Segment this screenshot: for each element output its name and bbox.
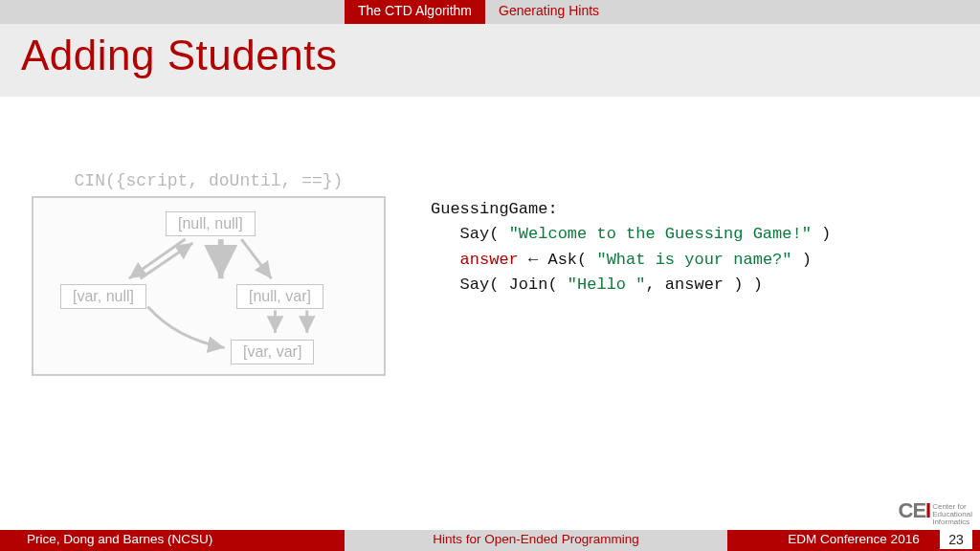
footer-authors: Price, Dong and Barnes (NCSU) (0, 530, 345, 551)
page-number: 23 (940, 530, 972, 549)
diagram-arrows (33, 198, 384, 374)
cei-logo: CEICenter forEducationalInformatics (899, 500, 973, 526)
cin-diagram: CIN({script, doUntil, ==}) [null, null] … (32, 171, 386, 376)
footer-bar: Price, Dong and Barnes (NCSU) Hints for … (0, 530, 980, 551)
tab-ctd-algorithm[interactable]: The CTD Algorithm (345, 0, 485, 24)
code-l2-kw: answer (460, 251, 519, 269)
code-l3b: , answer ) ) (645, 276, 762, 294)
diagram-box: [null, null] [var, null] [null, var] [va… (32, 196, 386, 376)
svg-line-1 (141, 243, 193, 278)
footer-center: Hints for Open-Ended Programming (345, 530, 727, 551)
code-l1a: Say( (460, 225, 509, 243)
title-band: Adding Students (0, 24, 980, 97)
code-l3-string: "Hello " (568, 276, 646, 294)
tab-generating-hints[interactable]: Generating Hints (485, 0, 612, 24)
logo-i: I (925, 498, 930, 522)
logo-ce: CE (899, 498, 926, 522)
code-l2a: ← Ask( (519, 251, 597, 269)
code-l2b: ) (792, 251, 812, 269)
slide-title: Adding Students (21, 32, 959, 79)
top-nav: The CTD Algorithm Generating Hints (0, 0, 980, 24)
code-header: GuessingGame: (431, 200, 558, 218)
code-block: GuessingGame: Say( "Welcome to the Guess… (431, 197, 831, 298)
code-l1-string: "Welcome to the Guessing Game!" (509, 225, 812, 243)
nav-spacer (0, 0, 345, 24)
code-l1b: ) (812, 225, 831, 243)
logo-line3: Informatics (932, 518, 969, 526)
code-l2-string: "What is your name?" (596, 251, 791, 269)
svg-line-0 (129, 239, 186, 278)
svg-line-3 (241, 239, 271, 278)
diagram-caption: CIN({script, doUntil, ==}) (32, 171, 386, 190)
code-l3a: Say( Join( (460, 276, 568, 294)
